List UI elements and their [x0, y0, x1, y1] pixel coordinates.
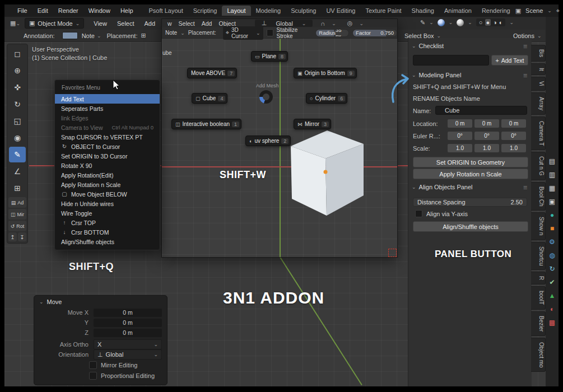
menu-file[interactable]: File — [12, 7, 32, 14]
annotate-pen-icon[interactable]: ✎ — [420, 19, 425, 26]
sidebar-tab[interactable]: Object mo — [531, 338, 546, 372]
move-y-field[interactable]: 0 m — [94, 319, 162, 327]
scale-x-field[interactable]: 1.0 — [448, 144, 472, 152]
set-origin-button[interactable]: Set ORIGIN to Geometry — [413, 157, 528, 167]
mirror-editing-checkbox[interactable] — [89, 361, 97, 369]
orientation-dropdown[interactable]: ⊥ Global ⌄ — [255, 20, 313, 27]
sidebar-tab[interactable]: Bool Ch — [531, 182, 546, 211]
move-x-field[interactable]: 0 m — [94, 309, 162, 317]
world-properties-icon[interactable]: ● — [550, 212, 554, 218]
note-dropdown[interactable]: Note — [82, 32, 95, 39]
proportional-editing-checkbox[interactable] — [89, 372, 97, 380]
sidebar-tab[interactable]: Vi — [531, 77, 546, 91]
output-properties-icon[interactable]: ▥ — [549, 171, 555, 178]
mirror-button[interactable]: ◫Mir — [8, 209, 26, 220]
sidebar-tab[interactable]: R — [531, 272, 546, 284]
sidebar-tab[interactable]: Cut n G — [531, 152, 546, 180]
scene-properties-icon[interactable]: ▣ — [549, 198, 555, 205]
location-x-field[interactable]: 0 m — [448, 119, 472, 128]
search-icon[interactable]: ⌖ — [556, 7, 560, 15]
viewlayer-properties-icon[interactable]: ▦ — [549, 185, 555, 192]
pie-item-cube[interactable]: ▢ Cube 4 — [192, 93, 227, 104]
workspace-tab[interactable]: Sculpting — [286, 6, 321, 16]
menu-item-align-shuffle[interactable]: Align/Shuffle objects — [55, 237, 160, 246]
select-box-tool-icon[interactable]: ◻ — [9, 46, 26, 62]
menu-item-apply-rotation-edit[interactable]: Apply Rotation(Edit) — [55, 170, 160, 180]
rendered-shading-icon[interactable]: ◐ — [499, 19, 503, 26]
name-field[interactable]: Cube — [435, 106, 527, 115]
annotation-color-swatch[interactable] — [62, 32, 78, 39]
editor-type-icon[interactable]: ▦ — [10, 20, 16, 27]
scene-selector[interactable]: Scene — [525, 7, 543, 14]
annotate-tool-icon[interactable]: ✎ — [9, 147, 26, 162]
menu-item-camera-to-view[interactable]: Camera to ViewCtrl Alt Numpad 0 — [55, 123, 160, 132]
axis-ortho-dropdown[interactable]: X ⌄ — [94, 339, 162, 349]
material-properties-icon[interactable]: ◐ — [550, 306, 554, 312]
pie-item-uv-sphere[interactable]: ◐ uv sphere 2 — [245, 136, 291, 146]
modeling-section-header[interactable]: ⌄ Modeling Panel ≣ — [412, 72, 528, 78]
texture-properties-icon[interactable]: ▩ — [549, 319, 555, 326]
menu-view[interactable]: View — [89, 20, 112, 27]
scale-z-field[interactable]: 1.0 — [501, 144, 526, 152]
checklist-section-header[interactable]: ⌄ Checklist ≣ — [412, 43, 528, 49]
modifier-properties-icon[interactable]: ⚙ — [549, 239, 555, 245]
menu-add[interactable]: Add — [198, 20, 216, 27]
align-bottom-icon[interactable]: ↧ — [18, 232, 26, 241]
euler-z-field[interactable]: 0° — [501, 132, 526, 140]
scale-y-field[interactable]: 1.0 — [474, 144, 499, 152]
mode-dropdown[interactable]: ▣ Object Mode ⌄ — [25, 18, 84, 29]
wireframe-shading-icon[interactable]: ○ — [479, 19, 483, 26]
add-primitive-tool-icon[interactable]: ⊞ — [9, 180, 26, 196]
menu-item-rotate-x-90[interactable]: Rotate X 90 — [55, 161, 160, 170]
cube-object[interactable] — [285, 127, 366, 220]
workspace-tab[interactable]: Rendering — [477, 6, 515, 16]
material-shading-icon[interactable]: ◑ — [493, 19, 497, 26]
menu-item-link-edges[interactable]: link Edges — [55, 113, 160, 123]
euler-x-field[interactable]: 0° — [448, 132, 472, 140]
gizmo-sphere-icon[interactable] — [438, 19, 445, 26]
menu-view-fragment[interactable]: w — [164, 20, 175, 27]
radius-slider[interactable]: Radius 35 px — [315, 29, 349, 37]
workspace-tab[interactable]: Modeling — [251, 6, 286, 16]
note-dropdown[interactable]: Note — [165, 30, 177, 36]
pie-item-origin-to-bottom[interactable]: ▣ Origin to Bottom 9 — [294, 68, 357, 78]
data-properties-icon[interactable]: ▲ — [549, 292, 556, 299]
placement-dropdown[interactable]: ⌖ 3D Cursor ⌄ — [223, 26, 263, 40]
sidebar-tab[interactable]: Show n — [531, 212, 546, 240]
stabilize-checkbox[interactable] — [267, 29, 273, 36]
add-text-button[interactable]: + Add Text — [491, 55, 528, 66]
workspace-tab[interactable]: Shading — [407, 6, 439, 16]
pie-item-plane[interactable]: ▭ Plane 8 — [251, 51, 288, 62]
menu-item-add-text[interactable]: Add Text — [55, 94, 160, 104]
placement-icon[interactable]: ⊞ — [141, 32, 146, 39]
rotate-tool-icon[interactable]: ↻ — [9, 96, 26, 112]
render-properties-icon[interactable]: ▤ — [549, 158, 555, 165]
scale-tool-icon[interactable]: ◱ — [9, 113, 26, 129]
sidebar-tab[interactable]: Array — [531, 92, 546, 115]
workspace-tab[interactable]: UV Editing — [321, 6, 360, 16]
menu-add[interactable]: Add — [139, 20, 161, 27]
orientation-dropdown[interactable]: ⊥ Global ⌄ — [94, 349, 162, 360]
object-properties-icon[interactable]: ■ — [550, 225, 554, 232]
menu-select[interactable]: Select — [112, 20, 139, 27]
menu-item-move-object-below[interactable]: ▢Move Object BELOW — [55, 189, 160, 199]
location-z-field[interactable]: 0 m — [501, 119, 526, 128]
sidebar-tab[interactable]: Bezier — [531, 311, 546, 336]
menu-edit[interactable]: Edit — [32, 7, 53, 14]
location-y-field[interactable]: 0 m — [474, 119, 499, 128]
distance-spacing-slider[interactable]: Distance Spacing 2.50 — [413, 198, 527, 207]
magnet-icon[interactable]: ∩ — [317, 20, 328, 27]
factor-slider[interactable]: Factor 0.750 — [352, 29, 397, 37]
menu-select[interactable]: Select — [175, 20, 198, 27]
move-tool-icon[interactable]: ✜ — [9, 80, 26, 95]
menu-item-apply-rotation-scale[interactable]: Apply Rotation n Scale — [55, 180, 160, 189]
transform-tool-icon[interactable]: ◉ — [9, 130, 26, 146]
euler-y-field[interactable]: 0° — [474, 132, 499, 140]
menu-item-separates-parts[interactable]: Seperates Parts — [55, 104, 160, 113]
overlay-sphere-icon[interactable] — [457, 19, 464, 26]
workspace-tab[interactable]: Texture Paint — [360, 6, 406, 16]
operator-panel-header[interactable]: ⌄ Move — [34, 296, 167, 307]
menu-window[interactable]: Window — [83, 7, 115, 14]
sidebar-tab[interactable]: Bis — [531, 45, 546, 62]
sidebar-tab[interactable]: It — [531, 63, 546, 76]
